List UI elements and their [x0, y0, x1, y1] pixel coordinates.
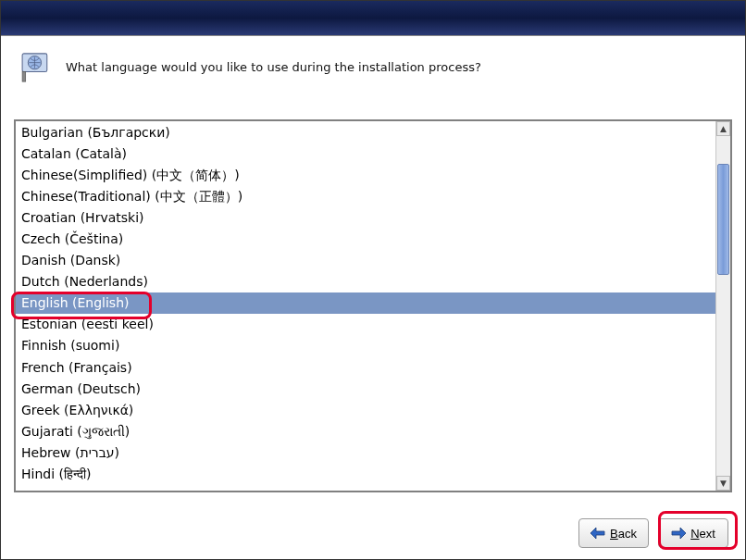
language-option[interactable]: Croatian (Hrvatski)	[16, 206, 715, 228]
language-option[interactable]: Hindi (हिन्दी)	[16, 464, 715, 485]
arrow-right-icon	[671, 527, 686, 540]
scroll-up-button[interactable]: ▲	[716, 121, 730, 136]
language-option[interactable]: French (Français)	[16, 356, 715, 378]
title-bar	[1, 1, 745, 36]
language-option[interactable]: Dutch (Nederlands)	[16, 271, 715, 292]
language-option[interactable]: Finnish (suomi)	[16, 335, 715, 356]
language-option[interactable]: Hebrew (עברית)	[16, 442, 715, 463]
language-option[interactable]: Danish (Dansk)	[16, 250, 715, 271]
scroll-thumb[interactable]	[717, 164, 729, 275]
next-label: Next	[690, 527, 715, 541]
language-option[interactable]: German (Deutsch)	[16, 378, 715, 399]
prompt-row: What language would you like to use duri…	[1, 36, 745, 92]
scroll-track[interactable]	[716, 136, 730, 476]
language-option[interactable]: Czech (Čeština)	[16, 228, 715, 249]
next-button[interactable]: Next	[658, 518, 728, 548]
globe-flag-icon	[21, 53, 55, 82]
wizard-buttons: Back Next	[578, 518, 728, 548]
arrow-left-icon	[591, 527, 605, 540]
language-option[interactable]: Chinese(Traditional) (中文（正體）)	[16, 185, 715, 206]
language-option[interactable]: Chinese(Simplified) (中文（简体）)	[16, 164, 715, 185]
svg-rect-2	[22, 71, 26, 81]
back-label: Back	[610, 527, 637, 541]
language-option[interactable]: English (English)	[16, 292, 715, 314]
language-option[interactable]: Bulgarian (Български)	[16, 121, 715, 143]
scrollbar[interactable]: ▲ ▼	[715, 121, 730, 491]
language-option[interactable]: Catalan (Català)	[16, 143, 715, 164]
language-option[interactable]: Greek (Ελληνικά)	[16, 399, 715, 420]
back-button[interactable]: Back	[578, 518, 649, 548]
language-list[interactable]: Bulgarian (Български)Catalan (Català)Chi…	[14, 119, 732, 492]
language-option[interactable]: Estonian (eesti keel)	[16, 314, 715, 335]
prompt-text: What language would you like to use duri…	[66, 59, 481, 76]
scroll-down-button[interactable]: ▼	[716, 476, 730, 491]
language-option[interactable]: Gujarati (ગુજરાતી)	[16, 420, 715, 442]
